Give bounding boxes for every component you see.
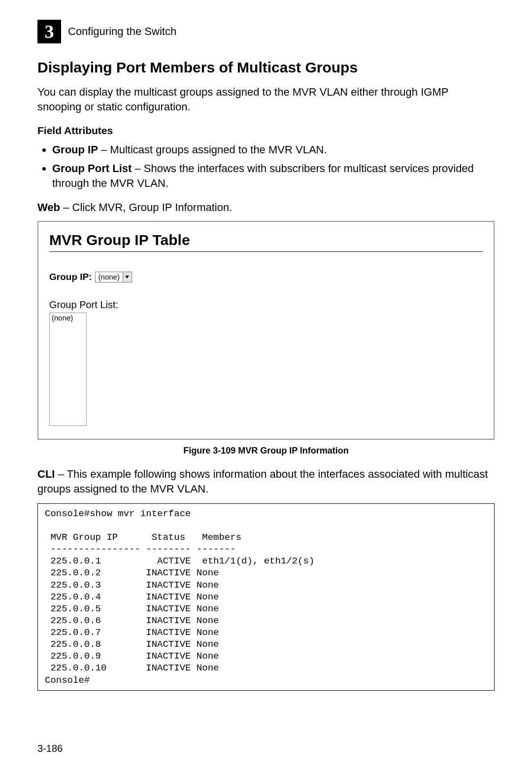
intro-paragraph: You can display the multicast groups ass… [37,85,495,114]
group-port-list-label: Group Port List: [49,299,483,311]
group-ip-label: Group IP: [49,272,92,282]
section-heading: Displaying Port Members of Multicast Gro… [37,59,495,76]
web-text: – Click MVR, Group IP Information. [60,201,232,213]
attribute-item: Group IP – Multicast groups assigned to … [52,142,495,157]
attribute-list: Group IP – Multicast groups assigned to … [37,142,495,190]
mvr-panel: MVR Group IP Table Group IP: (none) Grou… [37,221,495,440]
cli-text: – This example following shows informati… [37,468,488,495]
chevron-down-icon [123,272,132,282]
chapter-title: Configuring the Switch [68,25,176,38]
web-instruction: Web – Click MVR, Group IP Information. [37,201,495,214]
group-port-list-box[interactable]: (none) [49,313,87,426]
group-ip-row: Group IP: (none) [49,272,483,282]
cli-output: Console#show mvr interface MVR Group IP … [37,503,495,691]
attribute-item: Group Port List – Shows the interfaces w… [52,161,495,190]
group-ip-dropdown-value: (none) [96,272,123,282]
figure-caption: Figure 3-109 MVR Group IP Information [37,446,495,456]
attribute-desc: – Multicast groups assigned to the MVR V… [98,143,327,156]
panel-title: MVR Group IP Table [49,232,483,252]
attribute-name: Group Port List [52,162,132,175]
cli-paragraph: CLI – This example following shows infor… [37,467,495,496]
cli-label: CLI [37,468,55,480]
svg-marker-0 [125,276,129,279]
attribute-name: Group IP [52,143,98,156]
field-attributes-heading: Field Attributes [37,125,495,137]
chapter-number-badge: 3 [37,20,61,43]
page-header: 3 Configuring the Switch [37,20,495,43]
page-number: 3-186 [37,743,63,754]
group-ip-dropdown[interactable]: (none) [95,272,132,282]
web-label: Web [37,201,60,213]
